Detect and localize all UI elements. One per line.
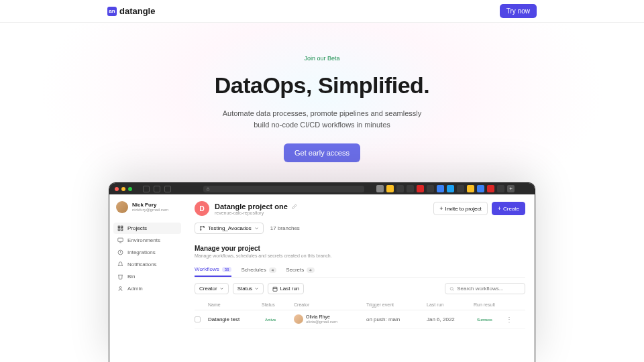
svg-point-14 xyxy=(450,287,453,290)
traffic-lights xyxy=(115,187,132,191)
sidebar-item-environments[interactable]: Environments xyxy=(113,235,181,246)
section-subtitle: Manage workflows, schedules and secrets … xyxy=(195,253,525,258)
ext-icon[interactable] xyxy=(427,185,434,192)
tab-badge: 4 xyxy=(307,267,314,273)
close-icon[interactable] xyxy=(115,187,119,191)
url-bar[interactable] xyxy=(203,186,364,192)
branch-row: Testing_Avocados 17 branches xyxy=(195,223,525,234)
result-badge: Success xyxy=(474,317,496,322)
integrations-icon xyxy=(117,249,123,255)
ext-icon[interactable] xyxy=(386,185,394,192)
svg-rect-5 xyxy=(118,238,123,241)
ext-icon[interactable] xyxy=(437,185,444,192)
ext-icon[interactable] xyxy=(417,185,424,192)
ext-icon[interactable] xyxy=(376,185,384,192)
ext-icon[interactable] xyxy=(457,185,464,192)
svg-rect-2 xyxy=(121,226,123,228)
workflow-name: Datangle test xyxy=(208,316,262,322)
table-header: Name Status Creator Trigger event Last r… xyxy=(195,300,525,310)
sidebar-toggle-icon[interactable] xyxy=(143,186,150,192)
sidebar-item-label: Admin xyxy=(127,286,143,292)
project-header: D Datangle project one revenue-calc-repo… xyxy=(195,201,525,216)
get-early-access-button[interactable]: Get early access xyxy=(284,143,360,162)
user-email: nickfury@gmail.com xyxy=(132,208,168,213)
project-avatar: D xyxy=(195,201,209,216)
svg-point-10 xyxy=(201,229,202,231)
project-title: Datangle project one xyxy=(215,202,297,210)
tab-schedules[interactable]: Schedules 4 xyxy=(241,266,276,277)
minimize-icon[interactable] xyxy=(121,187,125,191)
svg-point-9 xyxy=(201,227,202,228)
back-icon[interactable] xyxy=(154,186,160,192)
brand-name: datangle xyxy=(119,6,155,16)
search-field[interactable] xyxy=(457,286,521,292)
ext-icon[interactable] xyxy=(396,185,404,192)
ext-icon[interactable] xyxy=(447,185,454,192)
filter-creator[interactable]: Creator xyxy=(195,283,229,294)
sidebar-item-integrations[interactable]: Integrations xyxy=(113,247,181,258)
user-name: Nick Fury xyxy=(132,202,168,208)
chevron-down-icon xyxy=(219,286,224,291)
branch-count: 17 branches xyxy=(270,225,300,231)
creator-cell: Olivia Rhye olivia@gmail.com xyxy=(294,314,366,324)
sidebar-item-label: Projects xyxy=(127,225,147,231)
sidebar-item-projects[interactable]: Projects xyxy=(113,223,181,234)
chevron-down-icon xyxy=(254,226,259,231)
calendar-icon xyxy=(272,286,278,292)
trigger-event: on push: main xyxy=(366,316,427,322)
svg-point-8 xyxy=(119,287,121,289)
filter-lastrun[interactable]: Last run xyxy=(268,283,304,294)
new-tab-icon[interactable]: + xyxy=(507,185,515,192)
sidebar-item-label: Integrations xyxy=(127,249,156,255)
top-nav: an datangle Try now xyxy=(0,0,644,23)
ext-icon[interactable] xyxy=(477,185,484,192)
status-badge: Active xyxy=(262,317,279,322)
search-input[interactable] xyxy=(445,283,525,294)
sidebar-item-notifications[interactable]: Notifications xyxy=(113,259,181,270)
invite-button[interactable]: + Invite to project xyxy=(433,202,488,215)
ext-icon[interactable] xyxy=(487,185,494,192)
creator-avatar xyxy=(294,314,303,324)
table-row[interactable]: Datangle test Active Olivia Rhye olivia@… xyxy=(195,310,525,328)
section-title: Manage your project xyxy=(195,245,525,252)
user-profile[interactable]: Nick Fury nickfury@gmail.com xyxy=(113,201,181,213)
filter-status[interactable]: Status xyxy=(233,283,264,294)
tab-badge: 38 xyxy=(222,267,232,272)
filter-row: Creator Status Last run xyxy=(195,283,525,294)
ext-icon[interactable] xyxy=(467,185,474,192)
trash-icon xyxy=(117,274,123,280)
sidebar-item-label: Bin xyxy=(127,274,136,280)
logo-icon: an xyxy=(107,7,117,16)
edit-icon[interactable] xyxy=(292,204,297,209)
browser-titlebar: + xyxy=(109,183,535,194)
hero-subtitle: Automate data processes, promote pipelin… xyxy=(0,108,644,130)
create-button[interactable]: + Create xyxy=(492,202,525,215)
workflows-table: Name Status Creator Trigger event Last r… xyxy=(195,300,525,328)
tab-workflows[interactable]: Workflows 38 xyxy=(195,266,231,277)
bell-icon xyxy=(117,261,123,267)
tab-secrets[interactable]: Secrets 4 xyxy=(286,266,314,277)
branch-icon xyxy=(199,225,205,231)
forward-icon[interactable] xyxy=(164,186,171,192)
ext-icon[interactable] xyxy=(407,185,414,192)
app-preview-window: + Nick Fury nickfury@gmail.com Projects … xyxy=(109,182,535,362)
row-menu-icon[interactable]: ⋮ xyxy=(506,316,514,323)
sidebar-item-admin[interactable]: Admin xyxy=(113,283,181,294)
ext-icon[interactable] xyxy=(497,185,504,192)
row-checkbox[interactable] xyxy=(195,316,201,322)
maximize-icon[interactable] xyxy=(128,187,132,191)
try-now-button[interactable]: Try now xyxy=(500,4,537,18)
hero-title: DataOps, Simplified. xyxy=(0,72,644,99)
svg-rect-1 xyxy=(118,226,120,228)
sidebar-item-label: Environments xyxy=(127,237,160,243)
app-body: Nick Fury nickfury@gmail.com Projects En… xyxy=(109,194,535,362)
environments-icon xyxy=(117,237,123,243)
brand-logo[interactable]: an datangle xyxy=(107,6,155,16)
beta-badge[interactable]: Join our Beta xyxy=(304,55,339,62)
project-repo: revenue-calc-repository xyxy=(215,210,297,215)
main-content: D Datangle project one revenue-calc-repo… xyxy=(185,194,535,362)
svg-rect-0 xyxy=(207,188,209,190)
branch-selector[interactable]: Testing_Avocados xyxy=(195,223,264,234)
chevron-down-icon xyxy=(254,286,259,291)
sidebar-item-bin[interactable]: Bin xyxy=(113,271,181,282)
